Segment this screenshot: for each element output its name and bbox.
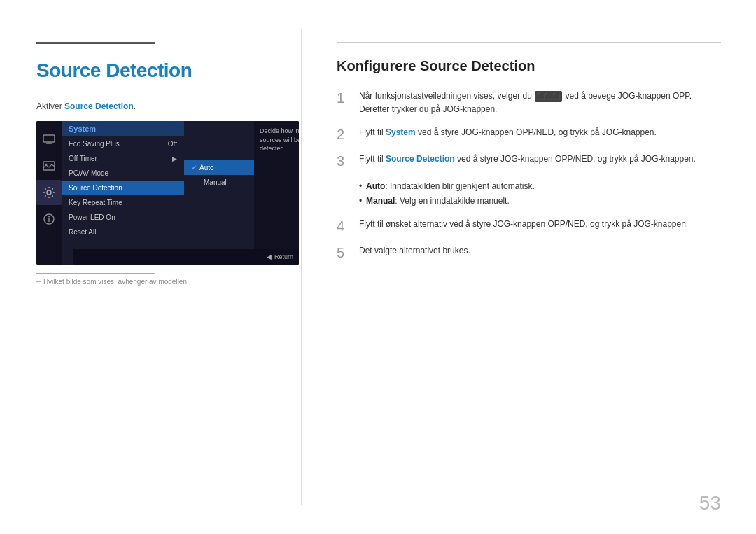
tv-submenu-manual: Manual xyxy=(184,175,254,190)
step-text-5: Det valgte alternativet brukes. xyxy=(359,244,721,258)
kbd-icon: ⬛⬛⬛ xyxy=(535,91,562,102)
tv-icon-monitor xyxy=(36,127,62,152)
activate-text: Aktiver Source Detection. xyxy=(36,101,273,111)
step-number-3: 3 xyxy=(337,153,349,169)
bullet-manual: Manual: Velg en inndatakilde manuelt. xyxy=(359,194,721,208)
tv-sidebar xyxy=(36,121,62,265)
page-title: Source Detection xyxy=(36,59,273,82)
tv-return-bar: ◀Return xyxy=(73,249,299,265)
tv-main: System Eco Saving PlusOff Off Timer▶ PC/… xyxy=(62,121,299,265)
step-5: 5 Det valgte alternativet brukes. xyxy=(337,244,721,261)
step-text-4: Flytt til ønsket alternativ ved å styre … xyxy=(359,218,721,231)
step-number-4: 4 xyxy=(337,218,349,234)
tv-menu-screenshot: System Eco Saving PlusOff Off Timer▶ PC/… xyxy=(36,121,299,265)
step-1: 1 Når funksjonstastveiledningen vises, v… xyxy=(337,90,721,116)
svg-point-8 xyxy=(48,216,50,218)
activate-bold: Source Detection xyxy=(64,101,134,111)
footnote: ─ Hvilket bilde som vises, avhenger av m… xyxy=(36,278,273,286)
tv-menu-header: System xyxy=(62,121,184,136)
step-text-1: Når funksjonstastveiledningen vises, vel… xyxy=(359,90,721,116)
top-divider xyxy=(337,42,721,43)
step-list: 1 Når funksjonstastveiledningen vises, v… xyxy=(337,90,721,169)
tv-menu-item-offtimer: Off Timer▶ xyxy=(62,151,184,166)
bullet-list: Auto: Inndatakilden blir gjenkjent autom… xyxy=(337,179,721,208)
right-column: Konfigurere Source Detection 1 Når funks… xyxy=(302,0,756,534)
tv-menu-item-pcav: PC/AV Mode xyxy=(62,166,184,181)
step-number-5: 5 xyxy=(337,244,349,261)
step-number-1: 1 xyxy=(337,90,349,106)
svg-point-5 xyxy=(47,190,51,195)
tv-menu-item-led: Power LED On xyxy=(62,210,184,225)
step-text-3: Flytt til Source Detection ved å styre J… xyxy=(359,153,721,166)
tv-menu-item-source: Source Detection xyxy=(62,181,184,195)
page-number: 53 xyxy=(699,492,721,514)
page-container: Source Detection Aktiver Source Detectio… xyxy=(0,0,756,534)
tv-icon-info xyxy=(36,206,62,232)
step-text-2: Flytt til System ved å styre JOG-knappen… xyxy=(359,126,721,139)
step-3: 3 Flytt til Source Detection ved å styre… xyxy=(337,153,721,169)
tv-menu-list: System Eco Saving PlusOff Off Timer▶ PC/… xyxy=(62,121,184,265)
tv-submenu: ✔Auto Manual xyxy=(184,121,254,265)
footnote-divider xyxy=(36,273,155,274)
tv-menu-item-reset: Reset All xyxy=(62,225,184,239)
tv-menu-item-key: Key Repeat Time xyxy=(62,195,184,210)
tv-submenu-auto: ✔Auto xyxy=(184,160,254,175)
svg-rect-0 xyxy=(43,135,55,142)
left-divider xyxy=(36,42,155,44)
tv-menu-item-eco: Eco Saving PlusOff xyxy=(62,136,184,151)
tv-icon-picture xyxy=(36,153,62,178)
section-title: Konfigurere Source Detection xyxy=(337,58,721,74)
left-column: Source Detection Aktiver Source Detectio… xyxy=(0,0,301,534)
step-2: 2 Flytt til System ved å styre JOG-knapp… xyxy=(337,126,721,143)
step-number-2: 2 xyxy=(337,126,349,143)
step-list-2: 4 Flytt til ønsket alternativ ved å styr… xyxy=(337,218,721,261)
tv-info-panel: Decide how input sources will be detecte… xyxy=(254,121,299,265)
activate-prefix: Aktiver xyxy=(36,101,64,111)
bullet-auto: Auto: Inndatakilden blir gjenkjent autom… xyxy=(359,179,721,193)
tv-icon-settings xyxy=(36,180,62,205)
step-4: 4 Flytt til ønsket alternativ ved å styr… xyxy=(337,218,721,234)
